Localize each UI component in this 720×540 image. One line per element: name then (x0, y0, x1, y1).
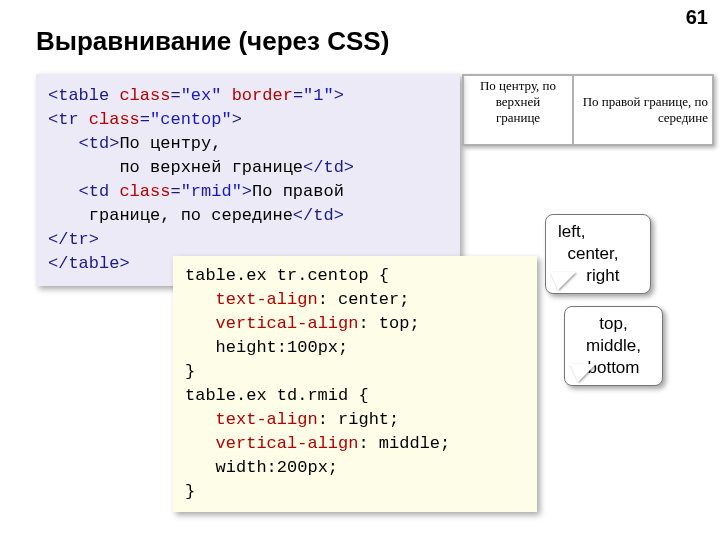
code-block-html: <table class="ex" border="1"> <tr class=… (36, 74, 460, 286)
code-text: "ex" (181, 86, 222, 105)
code-text: </td> (303, 158, 354, 177)
code-text: По центру, (119, 134, 221, 153)
code-text: vertical-align (216, 314, 359, 333)
code-text: table.ex td.rmid { (185, 386, 369, 405)
code-text: class (119, 182, 170, 201)
code-text (185, 290, 216, 309)
code-text: } (185, 362, 195, 381)
code-text: : middle; (358, 434, 450, 453)
code-text: : center; (318, 290, 410, 309)
code-text: по верхней границе (119, 158, 303, 177)
code-text: = (170, 182, 180, 201)
code-text: > (232, 110, 242, 129)
code-text (48, 134, 79, 153)
code-text (185, 458, 216, 477)
code-text: <tr (48, 110, 89, 129)
table-row: По центру, по верхней границе По правой … (463, 75, 713, 145)
code-text: "centop" (150, 110, 232, 129)
code-text: </td> (293, 206, 344, 225)
code-text (185, 338, 216, 357)
code-text: </table> (48, 254, 130, 273)
code-text: class (119, 86, 170, 105)
callout-line: middle, (586, 336, 641, 355)
code-text (185, 434, 216, 453)
page-number: 61 (686, 6, 708, 29)
code-text: } (185, 482, 195, 501)
demo-text: По центру, по (480, 78, 556, 93)
code-text (48, 206, 89, 225)
demo-cell-right-middle: По правой границе, по середине (573, 75, 713, 145)
code-text: <td> (79, 134, 120, 153)
code-text: vertical-align (216, 434, 359, 453)
code-text: границе, по середине (89, 206, 293, 225)
code-text: "1" (303, 86, 334, 105)
code-text: width:200px; (216, 458, 338, 477)
demo-text: середине (658, 110, 708, 125)
code-text: class (89, 110, 140, 129)
code-text: : right; (318, 410, 400, 429)
code-text: > (334, 86, 344, 105)
code-text (221, 86, 231, 105)
code-text: text-align (216, 290, 318, 309)
code-text: : top; (358, 314, 419, 333)
demo-text: верхней (496, 94, 541, 109)
code-text: <table (48, 86, 119, 105)
demo-table: По центру, по верхней границе По правой … (462, 74, 714, 146)
callout-line: top, (599, 314, 627, 333)
callout-line: left, (558, 222, 585, 241)
code-text (48, 182, 79, 201)
code-text: table.ex tr.centop { (185, 266, 389, 285)
code-text: <td (79, 182, 120, 201)
code-text: text-align (216, 410, 318, 429)
demo-cell-center-top: По центру, по верхней границе (463, 75, 573, 145)
callout-tail-icon (570, 364, 596, 382)
page-title: Выравнивание (через CSS) (36, 26, 389, 57)
code-text: = (293, 86, 303, 105)
code-block-css: table.ex tr.centop { text-align: center;… (173, 256, 537, 512)
code-text (48, 158, 119, 177)
code-text: > (242, 182, 252, 201)
code-text: border (232, 86, 293, 105)
demo-text: границе (496, 110, 540, 125)
callout-tail-icon (550, 272, 576, 290)
callout-line: center, (558, 244, 618, 263)
code-text: "rmid" (181, 182, 242, 201)
code-text: = (140, 110, 150, 129)
code-text (185, 410, 216, 429)
code-text: = (170, 86, 180, 105)
code-text: По правой (252, 182, 344, 201)
demo-text: По правой границе, по (583, 94, 708, 109)
code-text: height:100px; (216, 338, 349, 357)
code-text: </tr> (48, 230, 99, 249)
code-text (185, 314, 216, 333)
